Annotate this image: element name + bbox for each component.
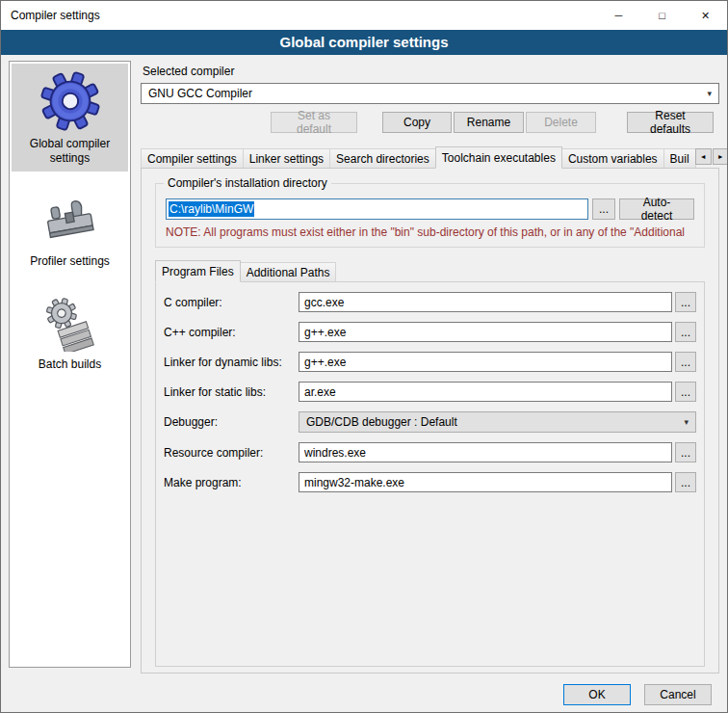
ok-button[interactable]: OK [563,684,631,705]
profiler-tool-icon [42,193,98,249]
titlebar[interactable]: Compiler settings ─ □ ✕ [1,1,727,30]
tab-compiler-settings[interactable]: Compiler settings [141,148,244,168]
c-compiler-browse-button[interactable]: ... [675,292,696,312]
window-controls: ─ □ ✕ [597,1,727,30]
settings-tabstrip: Compiler settings Linker settings Search… [141,145,719,168]
make-program-input[interactable] [299,472,672,492]
cpp-compiler-browse-button[interactable]: ... [675,322,696,342]
selected-compiler-value: GNU GCC Compiler [148,87,252,100]
sidebar-item-label: Batch builds [39,357,101,372]
sidebar-item-batch-builds[interactable]: Batch builds [12,288,128,378]
installation-directory-value: C:\raylib\MinGW [169,201,254,217]
selected-compiler-label: Selected compiler [143,65,717,78]
tab-scroll-controls: ◄ ► [695,148,728,165]
reset-defaults-button[interactable]: Reset defaults [627,112,714,133]
auto-detect-button[interactable]: Auto-detect [619,198,694,220]
static-linker-label: Linker for static libs: [164,385,299,399]
make-program-row: Make program: ... [164,472,696,492]
resource-compiler-label: Resource compiler: [164,446,299,460]
main-panel: Selected compiler GNU GCC Compiler ▾ Set… [141,61,719,677]
tab-build-options[interactable]: Buil [663,148,696,168]
make-program-label: Make program: [164,476,299,489]
c-compiler-label: C compiler: [164,296,299,309]
batch-builds-icon [42,296,98,352]
dialog-body: Global compiler settings Profiler se [1,55,727,677]
cpp-compiler-label: C++ compiler: [164,326,299,339]
resource-compiler-input[interactable] [299,442,672,462]
tab-additional-paths[interactable]: Additional Paths [240,262,337,281]
tab-linker-settings[interactable]: Linker settings [243,148,330,168]
copy-button[interactable]: Copy [382,112,452,133]
toolchain-executables-page: Compiler's installation directory C:\ray… [141,168,719,673]
tab-custom-variables[interactable]: Custom variables [561,148,664,168]
set-as-default-button[interactable]: Set as default [271,112,357,133]
chevron-down-icon: ▾ [684,417,689,427]
compiler-button-row: Set as default Copy Rename Delete Reset … [141,112,719,133]
c-compiler-input[interactable] [299,292,672,312]
program-files-page: C compiler: ... C++ compiler: ... Linker… [155,281,705,667]
gear-blue-icon [40,71,100,131]
tab-scroll-left-icon[interactable]: ◄ [695,148,712,165]
cancel-button[interactable]: Cancel [644,684,712,705]
delete-button[interactable]: Delete [526,112,596,133]
settings-sidebar: Global compiler settings Profiler se [9,61,131,668]
program-files-tabstrip: Program Files Additional Paths [155,259,709,281]
tab-scroll-right-icon[interactable]: ► [713,148,728,165]
static-linker-input[interactable] [299,382,672,402]
tab-program-files[interactable]: Program Files [155,260,241,282]
debugger-label: Debugger: [164,415,299,429]
c-compiler-row: C compiler: ... [164,292,696,312]
tab-toolchain-executables[interactable]: Toolchain executables [435,146,562,169]
dynamic-linker-row: Linker for dynamic libs: ... [164,352,696,372]
resource-compiler-browse-button[interactable]: ... [675,442,696,462]
rename-button[interactable]: Rename [454,112,524,133]
installation-directory-row: C:\raylib\MinGW ... Auto-detect [166,198,694,220]
sidebar-item-global-compiler-settings[interactable]: Global compiler settings [12,64,128,172]
dynamic-linker-browse-button[interactable]: ... [675,352,696,372]
sidebar-item-profiler-settings[interactable]: Profiler settings [12,185,128,275]
static-linker-browse-button[interactable]: ... [675,382,696,402]
debugger-value: GDB/CDB debugger : Default [306,415,457,429]
tab-search-directories[interactable]: Search directories [329,148,436,168]
window-title: Compiler settings [1,9,100,22]
cpp-compiler-row: C++ compiler: ... [164,322,696,342]
sidebar-item-label: Global compiler settings [13,137,126,166]
cpp-compiler-input[interactable] [299,322,672,342]
resource-compiler-row: Resource compiler: ... [164,442,696,462]
minimize-button[interactable]: ─ [597,1,640,30]
installation-directory-legend: Compiler's installation directory [164,176,331,190]
dialog-header: Global compiler settings [1,30,727,55]
installation-directory-groupbox: Compiler's installation directory C:\ray… [155,183,705,248]
chevron-down-icon: ▾ [707,89,712,98]
selected-compiler-dropdown[interactable]: GNU GCC Compiler ▾ [141,83,719,104]
browse-directory-button[interactable]: ... [592,198,615,220]
debugger-dropdown[interactable]: GDB/CDB debugger : Default ▾ [299,411,696,433]
dynamic-linker-input[interactable] [299,352,672,372]
debugger-row: Debugger: GDB/CDB debugger : Default ▾ [164,411,696,433]
maximize-button[interactable]: □ [640,1,684,30]
dynamic-linker-label: Linker for dynamic libs: [164,356,299,369]
static-linker-row: Linker for static libs: ... [164,382,696,402]
compiler-settings-window: Compiler settings ─ □ ✕ Global compiler … [0,0,728,713]
bin-subdirectory-note: NOTE: All programs must exist either in … [166,225,694,239]
close-button[interactable]: ✕ [684,1,727,30]
installation-directory-input[interactable]: C:\raylib\MinGW [166,198,588,220]
sidebar-item-label: Profiler settings [30,254,110,269]
dialog-footer: OK Cancel [1,677,727,712]
make-program-browse-button[interactable]: ... [675,472,696,492]
